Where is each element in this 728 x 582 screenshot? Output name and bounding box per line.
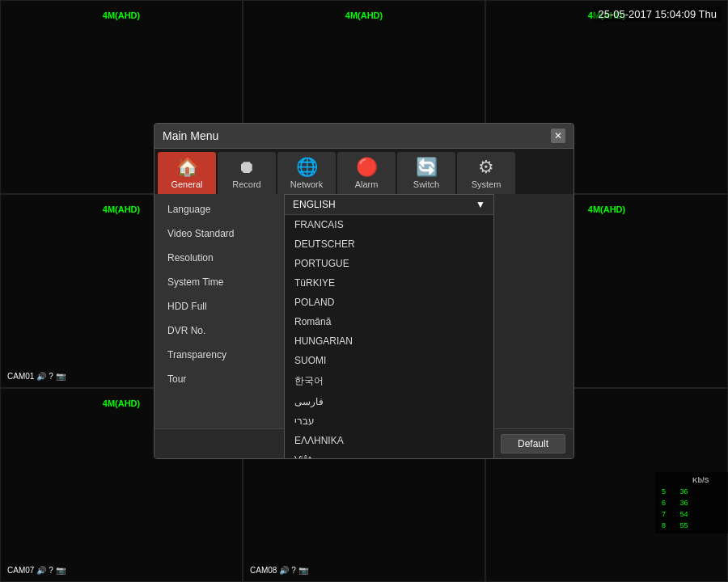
sidebar-item-resolution[interactable]: Resolution xyxy=(154,246,284,270)
sidebar-item-transparency[interactable]: Transparency xyxy=(154,343,284,367)
modal-title: Main Menu xyxy=(163,129,218,142)
alarm-icon: 🔴 xyxy=(356,157,378,178)
tab-switch-label: Switch xyxy=(413,179,439,189)
lang-option-FRANCAIS[interactable]: FRANCAIS xyxy=(285,215,493,234)
tab-system-label: System xyxy=(472,179,502,189)
tab-general[interactable]: 🏠 General xyxy=(158,152,216,194)
tab-alarm-label: Alarm xyxy=(355,179,379,189)
sidebar-item-hdd-full[interactable]: HDD Full xyxy=(154,294,284,318)
modal-body: Language Video Standard Resolution Syste… xyxy=(154,194,574,428)
tab-system[interactable]: ⚙ System xyxy=(457,152,515,194)
lang-option-ELLHNIKA[interactable]: ΕΛΛΗΝΙΚΑ xyxy=(285,431,493,450)
general-icon: 🏠 xyxy=(176,157,198,178)
switch-icon: 🔄 xyxy=(416,157,438,178)
lang-option-SUOMI[interactable]: SUOMI xyxy=(285,351,493,370)
sidebar-item-system-time[interactable]: System Time xyxy=(154,270,284,294)
lang-option-DEUTSCHER[interactable]: DEUTSCHER xyxy=(285,234,493,254)
sidebar-item-dvr-no[interactable]: DVR No. xyxy=(154,318,284,343)
lang-option-Viet[interactable]: Việt xyxy=(285,450,493,459)
system-icon: ⚙ xyxy=(478,157,494,178)
content-area: ENGLISH ▼ FRANCAIS DEUTSCHER PORTUGUE Tü… xyxy=(284,194,574,428)
tab-network-label: Network xyxy=(290,179,323,189)
language-list[interactable]: FRANCAIS DEUTSCHER PORTUGUE TüRKIYE POLA… xyxy=(285,215,493,459)
lang-option-HUNGARIAN[interactable]: HUNGARIAN xyxy=(285,331,493,351)
lang-option-korean[interactable]: 한국어 xyxy=(285,370,493,392)
sidebar-item-language[interactable]: Language xyxy=(154,197,284,221)
tab-record[interactable]: ⏺ Record xyxy=(218,152,276,194)
language-selected-value: ENGLISH xyxy=(293,199,336,210)
tab-network[interactable]: 🌐 Network xyxy=(277,152,336,194)
lang-option-POLAND[interactable]: POLAND xyxy=(285,293,493,312)
lang-option-farsi[interactable]: فارسی xyxy=(285,392,493,411)
language-dropdown-header[interactable]: ENGLISH ▼ xyxy=(285,195,493,215)
tab-alarm[interactable]: 🔴 Alarm xyxy=(337,152,396,194)
lang-option-Romana[interactable]: Română xyxy=(285,312,493,331)
lang-option-hebrew[interactable]: עברי xyxy=(285,411,493,431)
sidebar-item-tour[interactable]: Tour xyxy=(154,367,284,391)
modal-overlay: Main Menu ✕ 🏠 General ⏺ Record 🌐 Network… xyxy=(0,0,728,582)
modal-close-button[interactable]: ✕ xyxy=(551,129,565,143)
modal-titlebar: Main Menu ✕ xyxy=(154,124,574,149)
tab-record-label: Record xyxy=(232,179,260,189)
lang-option-PORTUGUE[interactable]: PORTUGUE xyxy=(285,254,493,273)
record-icon: ⏺ xyxy=(238,157,256,178)
sidebar-item-video-standard[interactable]: Video Standard xyxy=(154,221,284,246)
nav-tabs: 🏠 General ⏺ Record 🌐 Network 🔴 Alarm 🔄 S… xyxy=(154,149,574,194)
tab-general-label: General xyxy=(171,179,202,189)
language-dropdown[interactable]: ENGLISH ▼ FRANCAIS DEUTSCHER PORTUGUE Tü… xyxy=(284,194,494,459)
network-icon: 🌐 xyxy=(296,157,318,178)
dropdown-arrow-icon: ▼ xyxy=(476,199,485,210)
default-button[interactable]: Default xyxy=(501,434,565,453)
main-menu-modal: Main Menu ✕ 🏠 General ⏺ Record 🌐 Network… xyxy=(154,123,574,459)
sidebar-menu: Language Video Standard Resolution Syste… xyxy=(154,194,284,428)
tab-switch[interactable]: 🔄 Switch xyxy=(397,152,455,194)
lang-option-TURKIYE[interactable]: TüRKIYE xyxy=(285,273,493,293)
